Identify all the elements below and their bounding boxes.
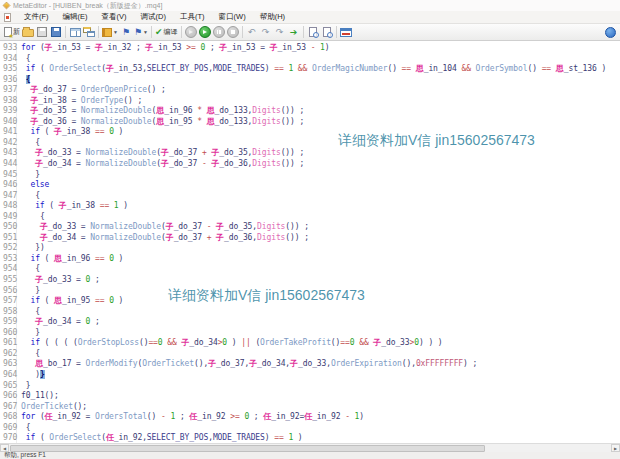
redo-all-button[interactable]: ↷: [273, 25, 287, 40]
code-text[interactable]: if ( ( ( (OrderStopLoss()==0 && 子_do_34>…: [17, 338, 443, 349]
code-line[interactable]: 939 子_do_35 = NormalizeDouble(思_in_96 * …: [0, 106, 620, 117]
code-line[interactable]: 945 }: [0, 170, 620, 181]
code-line[interactable]: 944 子_do_34 = NormalizeDouble(子_do_37 - …: [0, 159, 620, 170]
horizontal-scrollbar[interactable]: ◀ ▶: [0, 443, 620, 452]
code-text[interactable]: {: [17, 54, 30, 65]
code-text[interactable]: 子_do_35 = NormalizeDouble(思_in_96 * 思_do…: [17, 106, 304, 117]
code-text[interactable]: 子_do_34 = NormalizeDouble(子_do_37 - 子_do…: [17, 159, 304, 170]
code-text[interactable]: 思_bo_17 = OrderModify(OrderTicket(),子_do…: [17, 359, 477, 370]
code-line[interactable]: 936 {: [0, 75, 620, 86]
compile-button[interactable]: ✔ 编译: [154, 25, 179, 40]
code-line[interactable]: 935 if ( OrderSelect(子_in_53,SELECT_BY_P…: [0, 64, 620, 75]
code-text[interactable]: if ( OrderSelect(子_in_53,SELECT_BY_POS,M…: [17, 64, 606, 75]
find-in-document-button[interactable]: [320, 25, 334, 40]
code-text[interactable]: {: [17, 349, 40, 360]
code-text[interactable]: {: [17, 423, 30, 434]
code-line[interactable]: 943 子_do_33 = NormalizeDouble(子_do_37 + …: [0, 148, 620, 159]
code-line[interactable]: 952 }): [0, 243, 620, 254]
code-text[interactable]: 子_do_36 = NormalizeDouble(思_in_95 * 思_do…: [17, 117, 304, 128]
step-forward-button[interactable]: ➔: [287, 25, 301, 40]
code-lines[interactable]: 933for (子_in_53 = 子_in_32 ; 子_in_53 >= 0…: [0, 41, 620, 443]
code-line[interactable]: 966f0_11();: [0, 391, 620, 402]
code-text[interactable]: if ( 子_in_38 == 1 ): [17, 201, 128, 212]
code-text[interactable]: for (子_in_53 = 子_in_32 ; 子_in_53 >= 0 ; …: [17, 43, 330, 54]
menu-item-5[interactable]: 窗口(W): [212, 12, 253, 22]
code-text[interactable]: OrderTicket();: [17, 402, 87, 413]
code-line[interactable]: 962 {: [0, 349, 620, 360]
profiler-start-button[interactable]: ⚑: [119, 25, 133, 40]
tile-windows-button[interactable]: [68, 25, 82, 40]
undo-button[interactable]: ↶: [245, 25, 259, 40]
code-text[interactable]: if ( 子_in_38 == 0 ): [17, 127, 123, 138]
menu-item-6[interactable]: 帮助(H): [253, 12, 292, 22]
code-line[interactable]: 954 {: [0, 264, 620, 275]
code-text[interactable]: {: [17, 191, 40, 202]
code-line[interactable]: 953 if ( 思_in_96 == 0 ): [0, 254, 620, 265]
cascade-windows-button[interactable]: [82, 25, 96, 40]
code-text[interactable]: 子_do_37 = OrderOpenPrice() ;: [17, 85, 166, 96]
code-text[interactable]: 子_in_38 = OrderType() ;: [17, 96, 142, 107]
code-text[interactable]: }: [17, 381, 30, 392]
menu-item-4[interactable]: 工具(T): [173, 12, 212, 22]
scroll-right-button[interactable]: ▶: [611, 444, 620, 452]
code-line[interactable]: 967OrderTicket();: [0, 402, 620, 413]
code-line[interactable]: 949 {: [0, 212, 620, 223]
code-line[interactable]: 940 子_do_36 = NormalizeDouble(思_in_95 * …: [0, 117, 620, 128]
navigator-button[interactable]: ▼: [101, 25, 119, 40]
code-text[interactable]: 子_do_33 = 0 ;: [17, 275, 100, 286]
code-line[interactable]: 948 if ( 子_in_38 == 1 ): [0, 201, 620, 212]
code-line[interactable]: 964 )}: [0, 370, 620, 381]
code-text[interactable]: if ( OrderSelect(任_in_92,SELECT_BY_POS,M…: [17, 433, 303, 443]
save-button[interactable]: [35, 25, 49, 40]
code-line[interactable]: 950 子_do_33 = NormalizeDouble(子_do_37 - …: [0, 222, 620, 233]
code-text[interactable]: {: [17, 212, 45, 223]
debug-start-button[interactable]: [198, 25, 212, 40]
code-line[interactable]: 969 {: [0, 423, 620, 434]
debug-prev-button[interactable]: [184, 25, 198, 40]
code-text[interactable]: if ( 思_in_96 == 0 ): [17, 254, 123, 265]
code-line[interactable]: 934 {: [0, 54, 620, 65]
code-text[interactable]: 子_do_34 = 0 ;: [17, 317, 100, 328]
redo-button[interactable]: ↷: [259, 25, 273, 40]
code-text[interactable]: for (任_in_92 = OrdersTotal() - 1 ; 任_in_…: [17, 412, 364, 423]
code-line[interactable]: 970 if ( OrderSelect(任_in_92,SELECT_BY_P…: [0, 433, 620, 443]
code-line[interactable]: 947 {: [0, 191, 620, 202]
code-text[interactable]: 子_do_34 = NormalizeDouble(子_do_37 + 子_do…: [17, 233, 309, 244]
code-text[interactable]: f0_11();: [17, 391, 59, 402]
code-text[interactable]: }: [17, 328, 40, 339]
debug-pause-button[interactable]: [212, 25, 226, 40]
menu-item-0[interactable]: 文件(F): [17, 12, 56, 22]
save-all-button[interactable]: [49, 25, 63, 40]
code-line[interactable]: 955 子_do_33 = 0 ;: [0, 275, 620, 286]
code-line[interactable]: 941 if ( 子_in_38 == 0 ): [0, 127, 620, 138]
profiler-finish-button[interactable]: ⚑▼: [133, 25, 149, 40]
code-text[interactable]: }: [17, 170, 40, 181]
open-button[interactable]: [21, 25, 35, 40]
code-line[interactable]: 942 {: [0, 138, 620, 149]
code-line[interactable]: 933for (子_in_53 = 子_in_32 ; 子_in_53 >= 0…: [0, 43, 620, 54]
code-text[interactable]: )}: [17, 370, 45, 381]
code-line[interactable]: 959 子_do_34 = 0 ;: [0, 317, 620, 328]
code-text[interactable]: 子_do_33 = NormalizeDouble(子_do_37 - 子_do…: [17, 222, 309, 233]
code-text[interactable]: else: [17, 180, 49, 191]
menu-item-1[interactable]: 编辑(E): [56, 12, 95, 22]
code-text[interactable]: }): [17, 243, 45, 254]
menu-item-2[interactable]: 查看(V): [95, 12, 134, 22]
code-text[interactable]: {: [17, 75, 30, 86]
code-line[interactable]: 938 子_in_38 = OrderType() ;: [0, 96, 620, 107]
code-line[interactable]: 960 }: [0, 328, 620, 339]
code-line[interactable]: 963 思_bo_17 = OrderModify(OrderTicket(),…: [0, 359, 620, 370]
code-text[interactable]: if ( 思_in_95 == 0 ): [17, 296, 123, 307]
code-line[interactable]: 946 else: [0, 180, 620, 191]
code-text[interactable]: }: [17, 286, 40, 297]
debug-stop-button[interactable]: [226, 25, 240, 40]
code-text[interactable]: {: [17, 138, 40, 149]
document-icon[interactable]: [4, 13, 11, 22]
code-line[interactable]: 958 {: [0, 307, 620, 318]
scrollbar-thumb[interactable]: [10, 445, 485, 452]
search-in-files-button[interactable]: [306, 25, 320, 40]
code-line[interactable]: 968for (任_in_92 = OrdersTotal() - 1 ; 任_…: [0, 412, 620, 423]
code-line[interactable]: 956 }: [0, 286, 620, 297]
new-file-button[interactable]: ★ 新: [3, 25, 21, 40]
community-button[interactable]: [605, 27, 616, 38]
